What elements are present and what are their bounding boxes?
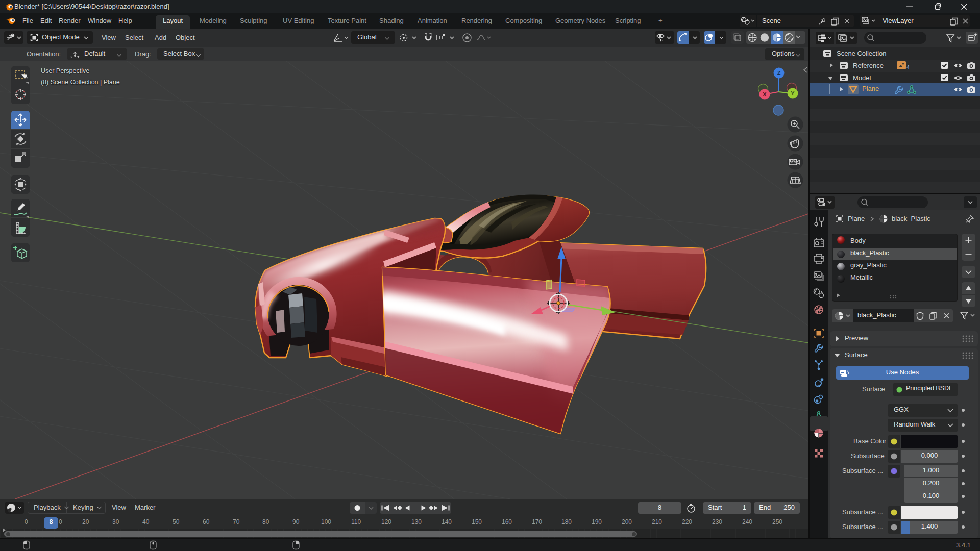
svg-text:Y: Y (791, 90, 795, 96)
svg-text:X: X (763, 91, 767, 97)
svg-text:Z: Z (777, 70, 781, 76)
